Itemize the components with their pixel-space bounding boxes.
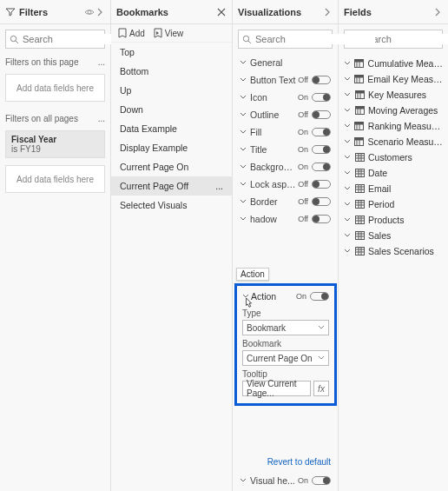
chevron-right-icon[interactable] [432, 7, 443, 17]
viz-search-input[interactable] [255, 34, 375, 44]
viz-row[interactable]: IconOn [233, 89, 338, 106]
bookmark-item[interactable]: Selected Visuals [111, 196, 232, 215]
chevron-down-icon [240, 76, 248, 83]
filter-icon [5, 7, 16, 17]
viz-row[interactable]: General [233, 54, 338, 71]
viz-row[interactable]: TitleOn [233, 141, 338, 158]
field-item[interactable]: Sales Scenarios [339, 243, 448, 259]
toggle[interactable] [312, 76, 331, 84]
toggle[interactable] [312, 128, 331, 136]
field-item[interactable]: Period [339, 196, 448, 212]
field-label: Sales Scenarios [368, 246, 434, 256]
action-type-dropdown[interactable]: Bookmark [242, 320, 329, 335]
more-icon[interactable]: ... [215, 181, 223, 191]
filters-search[interactable] [5, 30, 105, 49]
field-item[interactable]: Key Measures [339, 87, 448, 103]
viz-row[interactable]: Backgrou...On [233, 158, 338, 176]
chevron-down-icon [240, 94, 248, 101]
chevron-right-icon[interactable] [322, 7, 333, 17]
bookmark-item[interactable]: Up [111, 81, 232, 100]
action-bookmark-dropdown[interactable]: Current Page On [242, 350, 329, 366]
viz-row[interactable]: BorderOff [233, 193, 338, 210]
filter-card-fiscal-year[interactable]: Fiscal Year is FY19 [5, 130, 105, 158]
toggle[interactable] [312, 163, 331, 171]
table-icon [354, 247, 365, 255]
chevron-down-icon [240, 146, 248, 153]
bookmark-add[interactable]: Add [118, 28, 145, 38]
bookmark-item[interactable]: Display Example [111, 138, 232, 157]
viz-row-label: Title [250, 144, 296, 155]
chevron-down-icon [344, 91, 351, 98]
bookmark-item[interactable]: Current Page On [111, 157, 232, 176]
chevron-down-icon [240, 181, 248, 188]
bookmark-view[interactable]: View [154, 28, 184, 38]
action-tooltip-input[interactable]: View Current Page... [242, 381, 311, 396]
viz-search[interactable] [238, 30, 333, 49]
svg-line-3 [248, 41, 251, 43]
field-item[interactable]: Ranking Measures [339, 118, 448, 134]
field-item[interactable]: Sales [339, 228, 448, 243]
viz-row-label: Border [250, 196, 296, 207]
filters-dropzone-page[interactable]: Add data fields here [5, 74, 105, 102]
field-item[interactable]: Products [339, 212, 448, 228]
chevron-right-icon[interactable] [95, 7, 105, 17]
chevron-down-icon [240, 216, 248, 222]
visual-header-toggle[interactable] [312, 476, 331, 485]
field-item[interactable]: Date [339, 165, 448, 181]
fx-button[interactable]: fx [313, 381, 329, 396]
viz-row[interactable]: Button TextOff [233, 71, 338, 89]
filters-section-all: Filters on all pages... [0, 110, 110, 127]
viz-body: GeneralButton TextOffIconOnOutlineOffFil… [233, 54, 338, 491]
filters-dropzone-all[interactable]: Add data fields here [5, 165, 105, 193]
bookmark-item[interactable]: Bottom [111, 62, 232, 81]
close-icon[interactable] [216, 7, 227, 17]
bookmark-item[interactable]: Down [111, 100, 232, 119]
toggle[interactable] [312, 93, 331, 102]
toggle[interactable] [312, 145, 331, 154]
action-toggle-label: On [296, 292, 306, 301]
bookmark-item[interactable]: Data Example [111, 119, 232, 138]
viz-row[interactable]: FillOn [233, 123, 338, 141]
action-header[interactable]: Action On [242, 291, 329, 302]
viz-row[interactable]: OutlineOff [233, 106, 338, 123]
toggle[interactable] [312, 180, 331, 189]
bookmarks-title: Bookmarks [116, 7, 168, 17]
viz-row[interactable]: hadowOff [233, 210, 338, 228]
action-toggle[interactable] [310, 292, 329, 301]
revert-link[interactable]: Revert to default [233, 455, 338, 472]
viz-row-label: Icon [250, 92, 296, 103]
viz-row[interactable]: Lock aspe...Off [233, 176, 338, 193]
chevron-down-icon [344, 123, 351, 129]
viz-row-visual-header[interactable]: Visual he... On [233, 472, 338, 489]
chevron-down-icon [344, 138, 351, 145]
viz-row-label: hadow [250, 214, 296, 224]
action-type-label: Type [242, 309, 329, 318]
bookmark-item[interactable]: Top [111, 43, 232, 62]
field-item[interactable]: Moving Averages [339, 103, 448, 118]
field-label: Email Key Measur... [367, 74, 443, 84]
calculator-icon [354, 106, 365, 115]
field-item[interactable]: Email [339, 181, 448, 196]
chevron-down-icon [344, 60, 351, 67]
chevron-down-icon [344, 248, 351, 255]
bookmarks-list: TopBottomUpDownData ExampleDisplay Examp… [111, 43, 232, 215]
chevron-down-icon [240, 163, 248, 170]
table-icon [354, 231, 365, 240]
field-item[interactable]: Customers [339, 149, 448, 165]
filter-card-sub: is FY19 [11, 144, 99, 154]
field-label: Sales [368, 230, 391, 241]
toggle[interactable] [312, 197, 331, 206]
filters-title: Filters [19, 7, 48, 17]
field-item[interactable]: Email Key Measur... [339, 71, 448, 87]
chevron-down-icon [240, 129, 248, 136]
filters-pane: Filters Filters on this page... Add data… [0, 0, 111, 491]
bookmark-item[interactable]: Current Page Off... [111, 176, 232, 196]
field-item[interactable]: Cumulative Meas... [339, 56, 448, 71]
field-label: Ranking Measures [368, 121, 443, 131]
toggle[interactable] [312, 110, 331, 119]
chevron-down-icon [240, 111, 248, 118]
field-item[interactable]: Scenario Measures [339, 134, 448, 149]
fields-pane: Fields Cumulative Meas...Email Key Measu… [339, 0, 448, 491]
toggle[interactable] [312, 215, 331, 223]
eye-icon[interactable] [84, 7, 95, 17]
